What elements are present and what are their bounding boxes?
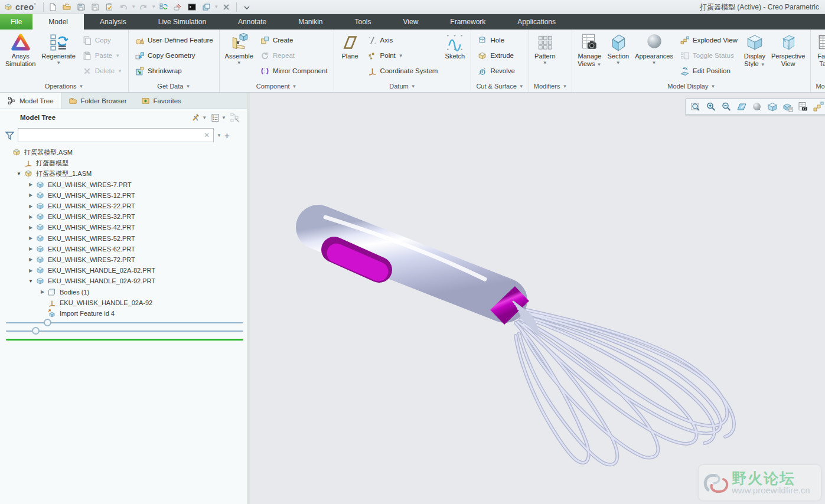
hole-button[interactable]: Hole	[474, 32, 519, 48]
tree-node[interactable]: ▼EKU_WHISK_HANDLE_02A-92.PRT	[0, 276, 247, 286]
tree-node[interactable]: ▶EKU_WHISK_WIRES-62.PRT	[0, 244, 247, 254]
group-label[interactable]: Operations ▼	[0, 80, 128, 92]
panel-tab-favorites[interactable]: Favorites	[134, 93, 188, 109]
tree-node[interactable]: ▶EKU_WHISK_WIRES-22.PRT	[0, 201, 247, 211]
new-file-button[interactable]	[46, 1, 59, 13]
repeat-button[interactable]: Repeat	[256, 48, 331, 63]
view-manager-button[interactable]	[796, 100, 810, 114]
expand-arrow-icon[interactable]: ▶	[26, 192, 35, 198]
shrinkwrap-button[interactable]: Shrinkwrap	[131, 63, 217, 78]
filter-dropdown-icon[interactable]: ▼	[217, 133, 221, 138]
tree-node[interactable]: ▶EKU_WHISK_WIRES-42.PRT	[0, 222, 247, 233]
tree-node[interactable]: 打蛋器模型.ASM	[0, 147, 247, 158]
section-button[interactable]: Section▼	[604, 31, 632, 80]
assemble-button[interactable]: Assemble▼	[222, 31, 256, 80]
window-arrange-dropdown-icon[interactable]: ▼	[214, 4, 219, 9]
clear-filter-icon[interactable]: ✕	[203, 131, 211, 139]
repaint-button[interactable]	[735, 100, 749, 114]
edit-position-button[interactable]: Edit Position	[676, 63, 741, 78]
delete-button[interactable]: Delete▼	[79, 63, 126, 78]
zoom-in-button[interactable]	[704, 100, 718, 114]
tree-show-button[interactable]	[228, 111, 242, 124]
customize-qat-button[interactable]	[240, 1, 253, 13]
undo-dropdown-icon[interactable]: ▼	[131, 4, 136, 9]
tree-settings-button[interactable]: ▼	[189, 112, 208, 124]
panel-tab-model-tree[interactable]: Model Tree	[0, 93, 61, 109]
group-label[interactable]: Datum ▼	[334, 80, 471, 92]
plane-button[interactable]: Plane	[337, 31, 364, 80]
shading-button[interactable]	[750, 100, 764, 114]
collapse-arrow-icon[interactable]: ▼	[26, 279, 35, 284]
refit-button[interactable]	[689, 100, 703, 114]
family-table-button[interactable]: FamilyTable	[813, 31, 825, 80]
mirror-button[interactable]: Mirror Component	[256, 63, 331, 78]
extrude-button[interactable]: Extrude	[474, 48, 519, 63]
group-label[interactable]: Component ▼	[220, 80, 334, 92]
ansys-button[interactable]: AnsysSimulation	[2, 31, 38, 80]
undo-button[interactable]	[117, 1, 130, 13]
open-button[interactable]	[60, 1, 73, 13]
group-label[interactable]: Cut & Surface ▼	[471, 80, 528, 92]
save-button[interactable]	[74, 1, 87, 13]
tree-node[interactable]: EKU_WHISK_HANDLE_02A-92	[0, 297, 247, 308]
tab-model[interactable]: Model	[32, 14, 84, 30]
toggle-status-button[interactable]: Toggle Status	[676, 48, 741, 63]
expand-arrow-icon[interactable]: ▶	[26, 225, 35, 230]
tab-live-simulation[interactable]: Live Simulation	[142, 14, 222, 30]
tree-filters-button[interactable]: ▼	[208, 112, 228, 124]
point-button[interactable]: Point▼	[364, 48, 442, 63]
insert-indicator[interactable]	[0, 319, 247, 327]
tab-manikin[interactable]: Manikin	[282, 14, 338, 30]
window-arrange-button[interactable]	[200, 1, 213, 13]
appearances-button[interactable]: Appearances▼	[632, 31, 676, 80]
perspective-button[interactable]: PerspectiveView	[768, 31, 808, 80]
regenerate-qat-button[interactable]	[157, 1, 170, 13]
display-style-sm-button[interactable]	[765, 100, 780, 114]
panel-tab-folder-browser[interactable]: Folder Browser	[61, 93, 134, 109]
insert-here-line[interactable]	[6, 339, 243, 341]
model-check-button[interactable]	[103, 1, 116, 13]
regenerate-button[interactable]: Regenerate▼	[38, 31, 79, 80]
add-filter-icon[interactable]: +	[224, 130, 230, 140]
expand-arrow-icon[interactable]: ▶	[26, 204, 35, 209]
insert-indicator[interactable]	[0, 327, 247, 335]
tree-node[interactable]: ▶EKU_WHISK_WIRES-7.PRT	[0, 179, 247, 190]
create-button[interactable]: Create	[256, 32, 331, 48]
revolve-button[interactable]: Revolve	[474, 63, 519, 78]
save-as-button[interactable]	[89, 1, 102, 13]
expand-arrow-icon[interactable]: ▶	[26, 235, 35, 241]
tree-node[interactable]: Import Feature id 4	[0, 308, 247, 319]
copy-button[interactable]: Copy	[79, 32, 126, 48]
tab-tools[interactable]: Tools	[339, 14, 387, 30]
expand-arrow-icon[interactable]: ▶	[38, 289, 47, 294]
sketch-button[interactable]: Sketch	[441, 31, 468, 80]
group-label[interactable]: Get Data ▼	[129, 80, 219, 92]
tab-file[interactable]: File	[0, 14, 32, 30]
tab-framework[interactable]: Framework	[434, 14, 501, 30]
expand-arrow-icon[interactable]: ▶	[26, 214, 35, 220]
paste-button[interactable]: Paste▼	[79, 48, 126, 63]
exploded-button[interactable]: Exploded View	[676, 32, 741, 48]
group-label[interactable]: Model Display ▼	[572, 80, 810, 92]
close-window-button[interactable]	[220, 1, 233, 13]
tree-node[interactable]: ▶Bodies (1)	[0, 286, 247, 297]
manage-views-button[interactable]: ManageViews ▼	[575, 31, 604, 80]
tree-node[interactable]: ▶EKU_WHISK_WIRES-52.PRT	[0, 233, 247, 244]
expand-arrow-icon[interactable]: ▶	[26, 268, 35, 273]
pattern-button[interactable]: Pattern▼	[531, 31, 559, 80]
erase-button[interactable]	[171, 1, 184, 13]
axis-button[interactable]: Axis	[364, 32, 442, 48]
tree-node[interactable]: ▶EKU_WHISK_HANDLE_02A-82.PRT	[0, 265, 247, 276]
zoom-out-button[interactable]	[719, 100, 733, 114]
tree-filter-input[interactable]	[21, 129, 203, 141]
redo-button[interactable]	[137, 1, 150, 13]
group-label[interactable]: Model Intent ▼	[811, 80, 825, 92]
tab-view[interactable]: View	[387, 14, 435, 30]
display-style-button[interactable]: DisplayStyle ▼	[741, 31, 768, 80]
expand-arrow-icon[interactable]: ▶	[26, 257, 35, 262]
tree-node[interactable]: 打蛋器模型	[0, 158, 247, 168]
tree-node[interactable]: ▶EKU_WHISK_WIRES-12.PRT	[0, 190, 247, 201]
graphics-area[interactable]: 野火论坛 www.proewildfire.cn	[250, 93, 825, 504]
tab-applications[interactable]: Applications	[501, 14, 572, 30]
tree-node[interactable]: ▶EKU_WHISK_WIRES-72.PRT	[0, 254, 247, 265]
